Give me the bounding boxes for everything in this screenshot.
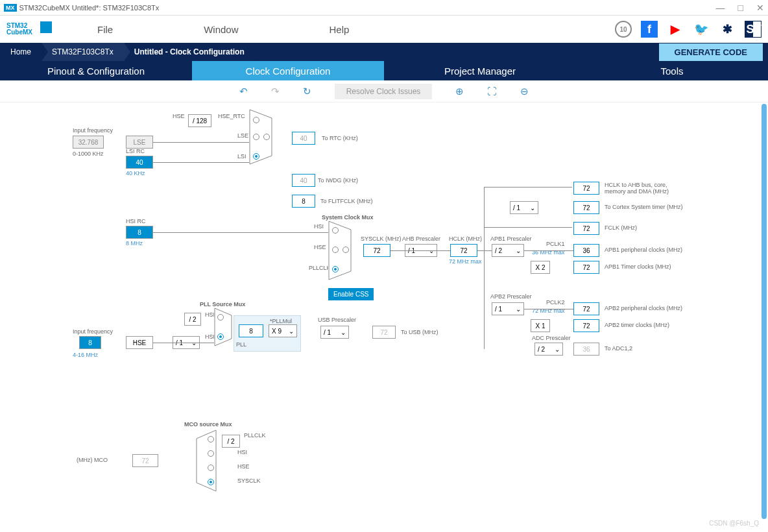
mco-sysclk-radio[interactable]: [208, 479, 214, 485]
rtc-label: To RTC (KHz): [322, 135, 358, 141]
mco-hsi-label: HSI: [237, 449, 247, 455]
hse-signal-label: HSE: [173, 113, 185, 119]
pll-multiplier-select[interactable]: X 9⌄: [269, 324, 297, 337]
adc-value-box: 36: [573, 343, 599, 356]
tab-pinout[interactable]: Pinout & Configuration: [0, 61, 192, 80]
toolbar: ↶ ↷ ↻ Resolve Clock Issues ⊕ ⛶ ⊖: [0, 80, 768, 103]
lsi-signal-label: LSI: [237, 153, 246, 160]
line: [524, 309, 573, 309]
out-cortex-label: To Cortex System timer (MHz): [605, 204, 683, 210]
network-icon[interactable]: ✱: [719, 21, 736, 38]
twitter-icon[interactable]: 🐦: [693, 21, 710, 38]
st-logo[interactable]: ST: [745, 21, 762, 38]
generate-code-button[interactable]: GENERATE CODE: [659, 43, 763, 61]
window-title: STM32CubeMX Untitled*: STM32F103C8Tx: [19, 4, 160, 12]
menu-file[interactable]: File: [52, 24, 158, 35]
pll-source-mux-label: PLL Source Mux: [200, 301, 245, 308]
hsi-freq-label: 8 MHz: [126, 240, 143, 247]
title-bar: MX STM32CubeMX Untitled*: STM32F103C8Tx …: [0, 0, 768, 16]
apb1-tim-value: 72: [573, 261, 599, 274]
line: [524, 250, 573, 251]
anniversary-icon[interactable]: 10: [615, 21, 632, 38]
mco-pllclk-label: PLLCLK: [244, 432, 266, 439]
mco-mux-label: MCO source Mux: [184, 421, 232, 428]
hclk-value-box[interactable]: 72: [450, 244, 477, 257]
vertical-scrollbar[interactable]: [762, 104, 767, 519]
pll-source-mux[interactable]: [214, 308, 232, 346]
youtube-icon[interactable]: ▶: [667, 21, 684, 38]
adc-to-label: To ADC1,2: [605, 345, 632, 352]
mco-div-box: / 2: [222, 435, 240, 448]
pll-mux-hsi-radio[interactable]: [217, 314, 224, 320]
apb2-prescaler-select[interactable]: / 1⌄: [492, 302, 524, 315]
fit-icon[interactable]: ⛶: [487, 86, 497, 97]
undo-icon[interactable]: ↶: [239, 86, 248, 97]
hse-input-value-box[interactable]: 8: [79, 336, 101, 349]
apb2-per-label: APB2 peripheral clocks (MHz): [605, 305, 682, 311]
hse-rtc-label: HSE_RTC: [218, 113, 245, 119]
mco-hse-radio[interactable]: [208, 465, 214, 471]
reset-icon[interactable]: ↻: [303, 86, 311, 97]
minimize-icon[interactable]: —: [716, 3, 725, 13]
rtc-mux-lse-radio[interactable]: [253, 134, 259, 140]
adc-prescaler-label: ADC Prescaler: [532, 335, 571, 341]
redo-icon[interactable]: ↷: [271, 86, 280, 97]
crumb-home[interactable]: Home: [0, 43, 42, 61]
mco-hsi-radio[interactable]: [208, 450, 214, 457]
tab-project[interactable]: Project Manager: [384, 61, 576, 80]
menu-window[interactable]: Window: [158, 24, 283, 35]
zoom-in-icon[interactable]: ⊕: [455, 86, 464, 97]
lse-button[interactable]: LSE: [126, 136, 153, 149]
logo: STM32CubeMX: [6, 23, 52, 36]
line: [153, 162, 249, 163]
breadcrumb-bar: Home STM32F103C8Tx Untitled - Clock Conf…: [0, 43, 768, 61]
enable-css-button[interactable]: Enable CSS: [328, 288, 374, 300]
maximize-icon[interactable]: □: [738, 3, 743, 13]
mco-value-box: 72: [132, 454, 158, 467]
adc-prescaler-select[interactable]: / 2⌄: [534, 343, 563, 356]
flitf-label: To FLITFCLK (MHz): [320, 198, 373, 204]
rtc-mux-lsi-radio[interactable]: [253, 153, 259, 160]
resolve-issues-button[interactable]: Resolve Clock Issues: [335, 84, 433, 99]
cortex-prescaler-select[interactable]: / 1⌄: [510, 201, 538, 214]
apb2-prescaler-label: APB2 Prescaler: [490, 293, 532, 300]
sysmux-hsi-radio[interactable]: [332, 227, 339, 234]
tab-tools[interactable]: Tools: [576, 61, 768, 80]
line: [153, 142, 249, 143]
mco-pllclk-radio[interactable]: [208, 436, 214, 442]
zoom-out-icon[interactable]: ⊖: [520, 86, 529, 97]
hse-div128-box[interactable]: / 128: [188, 114, 211, 127]
menu-help[interactable]: Help: [284, 24, 395, 35]
line: [484, 227, 572, 228]
line: [477, 250, 492, 251]
crumb-page[interactable]: Untitled - Clock Configuration: [124, 43, 255, 61]
apb1-per-value: 36: [573, 244, 599, 257]
rtc-mux-out-radio[interactable]: [263, 134, 270, 140]
sysmux-out-radio[interactable]: [342, 247, 349, 253]
lse-value-box[interactable]: 32.768: [73, 136, 104, 149]
pll-label: PLL: [236, 341, 246, 348]
pll-mux-hse-radio[interactable]: [217, 333, 224, 340]
sysmux-pllclk-radio[interactable]: [332, 266, 339, 272]
apb1-prescaler-select[interactable]: / 2⌄: [492, 244, 524, 257]
sysmux-hse-radio[interactable]: [332, 247, 339, 253]
lse-signal-label: LSE: [237, 132, 248, 139]
close-icon[interactable]: ✕: [756, 3, 764, 13]
facebook-icon[interactable]: f: [641, 21, 658, 38]
rtc-mux-hse-radio[interactable]: [253, 117, 259, 123]
clock-diagram-canvas[interactable]: Input frequency 32.768 0-1000 KHz LSE LS…: [0, 103, 768, 531]
lsi-rc-label: LSI RC: [126, 148, 145, 154]
crumb-chip[interactable]: STM32F103C8Tx: [42, 43, 124, 61]
apb2-pclk-label: PCLK2: [546, 299, 565, 306]
mco-out-label: (MHz) MCO: [77, 457, 108, 463]
apb1-multiplier-box: X 2: [531, 261, 550, 274]
tab-clock[interactable]: Clock Configuration: [192, 61, 384, 80]
out-ahb-value: 72: [573, 182, 599, 195]
hsi-rc-label: HSI RC: [126, 218, 146, 224]
line: [153, 232, 328, 233]
hse-button[interactable]: HSE: [126, 336, 153, 349]
out-ahb-label: HCLK to AHB bus, core, memory and DMA (M…: [605, 182, 689, 195]
usb-prescaler-select[interactable]: / 1⌄: [320, 326, 349, 339]
sysmux-hse-label: HSE: [314, 244, 326, 250]
pll-hsi-div2-box: / 2: [184, 313, 201, 326]
